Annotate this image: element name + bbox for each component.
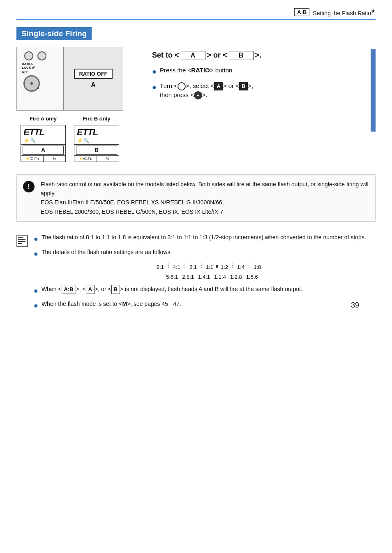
header-title-text: Setting the Flash Ratio	[313, 10, 371, 16]
device-diagram: RATIO- LOCK 0° OFF ↗	[16, 47, 123, 111]
svg-rect-6	[18, 243, 22, 244]
lcd-b-channel: B	[76, 146, 117, 155]
lcd-a-channel: A	[23, 146, 64, 155]
lcd-b-top: ETTL ⚡ 🔍	[74, 125, 119, 145]
left-panel: RATIO- LOCK 0° OFF ↗	[16, 47, 140, 162]
ratio-1-28: 1:2.8	[230, 273, 242, 282]
note-1-content: Flash ratio control is not available on …	[41, 180, 369, 217]
page-number: 39	[351, 301, 359, 310]
lcd-a-icon-row: ⚡ 🔍	[23, 138, 63, 143]
ratio-dot-4	[230, 263, 235, 272]
lcd-b-icon-row: ⚡ 🔍	[77, 138, 116, 143]
ratio-1-2: 1:2	[221, 263, 228, 272]
ratio-scale-top-row: 8:1 4:1	[42, 263, 376, 272]
ratio-scale-bottom-row: 5.6:1 2.8:1 1.4:1 1:1.4 1:2.8 1:5.6	[42, 273, 376, 282]
flash-head-circle-b	[37, 51, 46, 60]
lcd-b-zoom: ½	[97, 156, 119, 162]
header-star: ★	[371, 8, 376, 14]
note-bullet-2-dot: ●	[34, 248, 38, 259]
notes-section: ! Flash ratio control is not available o…	[16, 174, 376, 318]
svg-rect-16	[216, 265, 218, 268]
channel-a-label: A	[91, 81, 96, 89]
note-bullet-2: ● The details of the flash ratio setting…	[34, 248, 376, 259]
instruction-1-text: Press the <RATIO> button.	[160, 66, 234, 75]
note-1-text3: EOS REBEL 2000/300, EOS REBEL G/500N, EO…	[41, 208, 223, 215]
note-block-2: ● The flash ratio of 8:1 to 1:1 to 1:8 i…	[16, 230, 376, 318]
fire-a-label: Fire A only	[21, 116, 66, 122]
lcd-b-bottom: ⚡/C.Fn ½	[74, 155, 119, 162]
instruction-2-text: Turn <>, select <A> or <B>, then press <…	[160, 81, 253, 100]
ab-badge-inline: A:B	[62, 285, 76, 294]
svg-rect-3	[18, 237, 23, 238]
ratio-dot-3	[198, 263, 204, 272]
b-filled-badge: B	[239, 82, 248, 91]
header-ab-badge: A:B	[294, 8, 309, 16]
ratio-1-56: 1:5.6	[246, 273, 258, 282]
blue-right-bar	[371, 49, 376, 132]
ratio-scale: 8:1 4:1	[42, 263, 376, 282]
lcd-b-cfn: ⚡/C.Fn	[74, 156, 97, 162]
section-title: Single-side Firing	[16, 27, 92, 40]
note-1-text2: EOS Elan II/Elan II E/50/50E, EOS REBEL …	[41, 199, 224, 206]
set-to-line: Set to < A > or < B >.	[152, 51, 376, 60]
ratio-28-1: 2.8:1	[182, 273, 194, 282]
left-controls: RATIO- LOCK 0° OFF ↗	[20, 51, 61, 95]
ratio-8-1: 8:1	[157, 263, 164, 272]
lcd-a-cfn: ⚡/C.Fn	[21, 156, 44, 162]
lcd-a-top: ETTL ⚡ 🔍	[21, 125, 65, 145]
note-bullet-1-dot: ●	[34, 234, 38, 245]
ratio-1-4: 1:4	[237, 263, 244, 272]
ratio-off-label: RATIO OFF	[74, 69, 112, 79]
note-2-content: ● The flash ratio of 8:1 to 1:1 to 1:8 i…	[34, 233, 376, 315]
note-bullet-4: ● When the flash mode is set to <M>, see…	[34, 300, 376, 311]
note-bullet-3-dot: ●	[34, 285, 38, 296]
main-content: RATIO- LOCK 0° OFF ↗	[16, 47, 376, 162]
svg-rect-4	[18, 239, 25, 240]
set-to-middle: > or <	[207, 51, 227, 60]
note-bullet-4-dot: ●	[34, 300, 38, 311]
circle-filled-icon: ●	[194, 91, 202, 99]
ratio-56-1: 5.6:1	[166, 273, 178, 282]
note-bullet-3-text: When <A:B>, <A>, or <B> is not displayed…	[42, 285, 302, 294]
ratio-1-8: 1:8	[254, 263, 261, 272]
note-bullet-3: ● When <A:B>, <A>, or <B> is not display…	[34, 285, 376, 296]
right-panel: Set to < A > or < B >. ● Press the <RATI…	[152, 47, 376, 162]
lcd-a: ETTL ⚡ 🔍 A ⚡/C.Fn ½	[21, 125, 66, 162]
ratio-1-14: 1:1.4	[214, 273, 226, 282]
a-filled-badge: A	[214, 82, 223, 91]
svg-text:!: !	[28, 183, 30, 191]
bullet-1: ●	[152, 66, 157, 77]
warning-icon: !	[23, 180, 35, 196]
ratio-2-1: 2:1	[189, 263, 197, 272]
instruction-list: ● Press the <RATIO> button. ● Turn <>, s…	[152, 66, 376, 100]
ratio-4-1: 4:1	[173, 263, 180, 272]
flash-head-circle-a	[24, 51, 33, 60]
note-bullet-1: ● The flash ratio of 8:1 to 1:1 to 1:8 i…	[34, 233, 376, 245]
instruction-2: ● Turn <>, select <A> or <B>, then press…	[152, 81, 376, 100]
ratio-dot-5	[246, 263, 252, 272]
a-badge-inline: A	[86, 285, 95, 294]
lcd-a-bottom: ⚡/C.Fn ½	[21, 155, 65, 162]
note-bullet-4-text: When the flash mode is set to <M>, see p…	[42, 300, 181, 308]
flash-unit: RATIO OFF A	[63, 47, 123, 110]
device-inner: RATIO- LOCK 0° OFF ↗	[17, 47, 123, 110]
b-badge-inline: B	[111, 285, 120, 294]
badge-b: B	[229, 51, 254, 60]
ratio-14-1: 1.4:1	[198, 273, 210, 282]
ratio-center-block	[215, 263, 219, 272]
note-1-text1: Flash ratio control is not available on …	[41, 181, 369, 197]
set-to-suffix: >.	[255, 51, 262, 60]
note-bullet-list-2: ● When <A:B>, <A>, or <B> is not display…	[34, 285, 376, 311]
doc-icon	[16, 235, 28, 248]
note-bullet-list: ● The flash ratio of 8:1 to 1:1 to 1:8 i…	[34, 233, 376, 259]
lcd-displays: ETTL ⚡ 🔍 A ⚡/C.Fn ½ ETTL	[21, 125, 140, 162]
badge-a: A	[181, 51, 205, 60]
header-title: Setting the Flash Ratio★	[313, 8, 376, 16]
ratio-lock-labels: RATIO- LOCK 0° OFF	[22, 62, 61, 74]
instruction-1: ● Press the <RATIO> button.	[152, 66, 376, 77]
note-block-1: ! Flash ratio control is not available o…	[16, 174, 376, 222]
ratio-dot-2	[182, 263, 188, 272]
lcd-b-ettl: ETTL	[77, 127, 116, 138]
circle-open-icon	[178, 82, 186, 90]
header-bar: A:B Setting the Flash Ratio★	[16, 8, 376, 20]
